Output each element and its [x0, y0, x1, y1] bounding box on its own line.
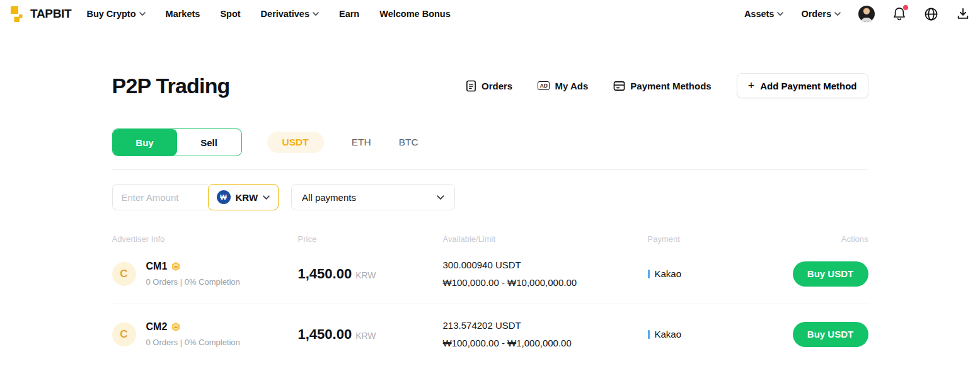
price-value: 1,450.00: [298, 326, 352, 343]
payment-cell: Kakao: [648, 329, 793, 340]
payment-method-filter[interactable]: All payments: [291, 184, 455, 210]
table-row: C CM1 0 Orders | 0% Completion 1,450.00 …: [112, 244, 868, 304]
nav-item-earn[interactable]: Earn: [339, 9, 359, 19]
col-price: Price: [298, 234, 443, 244]
payment-method: Kakao: [655, 329, 682, 340]
price-cell: 1,450.00 KRW: [298, 326, 443, 343]
price-cell: 1,450.00 KRW: [298, 266, 443, 282]
amount-input[interactable]: [112, 184, 208, 210]
krw-coin-icon: ₩: [217, 190, 231, 204]
notifications-bell-icon[interactable]: [892, 6, 906, 21]
notification-dot: [903, 5, 908, 10]
order-limit: ₩100,000.00 - ₩10,000,000.00: [443, 277, 648, 288]
coin-tab-btc[interactable]: BTC: [399, 137, 418, 148]
payment-method: Kakao: [655, 268, 682, 279]
advertiser-avatar: C: [112, 262, 136, 286]
nav-item-markets[interactable]: Markets: [166, 9, 200, 19]
available-limit-cell: 300.000940 USDT ₩100,000.00 - ₩10,000,00…: [443, 260, 648, 288]
sell-tab[interactable]: Sell: [177, 129, 241, 156]
payment-color-bar: [648, 330, 650, 339]
advertiser-stats: 0 Orders | 0% Completion: [146, 338, 240, 347]
orders-link[interactable]: Orders: [466, 80, 512, 92]
add-payment-method-button[interactable]: + Add Payment Method: [737, 73, 868, 98]
coin-tab-usdt[interactable]: USDT: [267, 132, 324, 153]
nav-item-welcome-bonus[interactable]: Welcome Bonus: [379, 9, 451, 19]
table-header: Advertiser Info Price Available/Limit Pa…: [112, 234, 868, 244]
tabs-row: Buy Sell USDT ETH BTC: [112, 128, 868, 156]
buy-sell-toggle: Buy Sell: [112, 128, 242, 156]
buy-tab[interactable]: Buy: [113, 129, 177, 156]
coin-tab-eth[interactable]: ETH: [352, 137, 371, 148]
nav-right: Assets Orders: [744, 6, 970, 22]
chevron-down-icon: [777, 12, 783, 16]
nav-item-assets[interactable]: Assets: [744, 9, 784, 19]
section-divider: [112, 169, 868, 170]
chevron-down-icon: [263, 195, 270, 200]
available-limit-cell: 213.574202 USDT ₩100,000.00 - ₩1,000,000…: [443, 320, 648, 348]
user-avatar[interactable]: [858, 6, 875, 22]
chevron-down-icon: [313, 12, 319, 16]
buy-usdt-button[interactable]: Buy USDT: [793, 322, 868, 347]
col-payment: Payment: [648, 234, 793, 244]
orders-document-icon: [466, 80, 476, 92]
header-actions: Orders AD My Ads Payment Methods + Add P…: [466, 73, 868, 98]
plus-icon: +: [748, 80, 755, 91]
buy-usdt-button[interactable]: Buy USDT: [793, 261, 868, 287]
col-actions: Actions: [793, 234, 868, 244]
brand-logo[interactable]: TAPBIT: [10, 5, 71, 23]
coin-tabs: USDT ETH BTC: [267, 132, 418, 153]
available-amount: 213.574202 USDT: [443, 320, 648, 331]
nav-item-derivatives[interactable]: Derivatives: [261, 9, 319, 19]
price-currency: KRW: [355, 270, 376, 280]
chevron-down-icon: [139, 12, 146, 16]
col-advertiser-info: Advertiser Info: [112, 234, 298, 244]
payment-cell: Kakao: [648, 268, 793, 279]
main-content: P2P Trading Orders AD My Ads Payment Met…: [112, 73, 868, 364]
payment-methods-link[interactable]: Payment Methods: [613, 81, 711, 91]
order-limit: ₩100,000.00 - ₩1,000,000.00: [443, 338, 648, 348]
advertiser-name[interactable]: CM2: [146, 321, 168, 333]
advertiser-cell: C CM2 0 Orders | 0% Completion: [112, 321, 298, 347]
top-navbar: TAPBIT Buy Crypto Markets Spot Derivativ…: [0, 0, 980, 28]
download-app-icon[interactable]: [956, 7, 970, 21]
chevron-down-icon: [834, 12, 841, 16]
nav-item-spot[interactable]: Spot: [220, 9, 240, 19]
ad-icon: AD: [538, 81, 550, 91]
fiat-currency-select[interactable]: ₩ KRW: [208, 184, 279, 210]
my-ads-link[interactable]: AD My Ads: [538, 81, 588, 91]
payment-color-bar: [648, 270, 650, 278]
price-currency: KRW: [355, 331, 376, 341]
price-value: 1,450.00: [298, 266, 352, 282]
wallet-icon: [613, 81, 625, 91]
advertiser-cell: C CM1 0 Orders | 0% Completion: [112, 261, 298, 287]
language-globe-icon[interactable]: [924, 7, 938, 21]
medal-badge-icon: [171, 322, 181, 332]
avatar: [858, 6, 875, 22]
nav-item-orders[interactable]: Orders: [801, 9, 841, 19]
tapbit-logo-icon: [10, 5, 26, 23]
page-header: P2P Trading Orders AD My Ads Payment Met…: [112, 73, 868, 98]
page-title: P2P Trading: [112, 74, 230, 98]
col-available-limit: Available/Limit: [443, 234, 648, 244]
advertiser-name[interactable]: CM1: [146, 261, 168, 272]
available-amount: 300.000940 USDT: [443, 260, 648, 270]
brand-name: TAPBIT: [30, 7, 71, 21]
chevron-down-icon: [437, 195, 444, 200]
filter-row: ₩ KRW All payments: [112, 184, 868, 210]
nav-item-buy-crypto[interactable]: Buy Crypto: [86, 9, 145, 19]
medal-badge-icon: [171, 261, 181, 271]
advertiser-avatar: C: [112, 322, 136, 346]
nav-menu: Buy Crypto Markets Spot Derivatives Earn…: [86, 9, 450, 19]
table-row: C CM2 0 Orders | 0% Completion 1,450.00 …: [112, 304, 868, 364]
advertiser-stats: 0 Orders | 0% Completion: [146, 277, 240, 287]
